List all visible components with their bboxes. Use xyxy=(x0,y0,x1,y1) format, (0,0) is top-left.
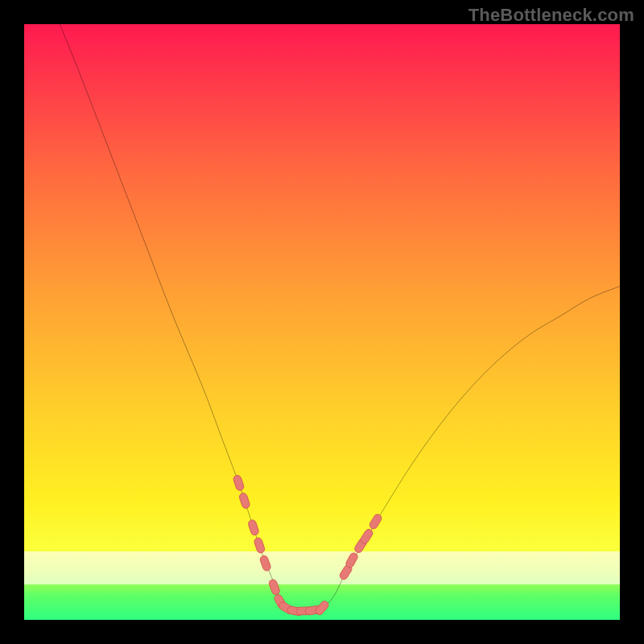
bottleneck-curve xyxy=(60,24,620,611)
trough-marker xyxy=(345,551,359,568)
trough-marker xyxy=(247,519,259,536)
curve-layer xyxy=(24,24,620,620)
trough-marker xyxy=(359,528,374,545)
trough-marker xyxy=(233,474,245,491)
trough-marker xyxy=(238,492,250,509)
trough-marker xyxy=(268,579,281,596)
chart-root: TheBottleneck.com xyxy=(0,0,644,644)
trough-marker xyxy=(259,555,272,572)
trough-marker xyxy=(254,537,266,554)
trough-marker xyxy=(369,513,383,530)
trough-markers xyxy=(233,474,383,616)
attribution-label: TheBottleneck.com xyxy=(469,5,634,26)
plot-area xyxy=(24,24,620,620)
